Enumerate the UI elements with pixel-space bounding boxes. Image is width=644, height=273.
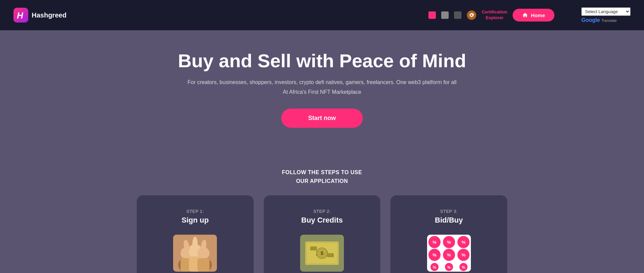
pink-square-icon [428,11,436,19]
svg-rect-8 [197,258,210,272]
gear-icon [467,10,476,20]
step2-title: Buy Credits [301,216,343,225]
navbar: H Hashgreed Certification Explorer Home … [0,0,644,30]
hero-title: Buy and Sell with Peace of Mind [7,50,637,71]
gray-square-icon [441,11,449,19]
hero-section: Buy and Sell with Peace of Mind For crea… [0,30,644,161]
svg-text:%: % [447,252,451,258]
start-now-button[interactable]: Start now [281,109,363,128]
bid-buy-image: % % % % % % % % % [427,235,471,272]
step3-label: STEP 3: [440,209,458,214]
svg-text:%: % [461,240,465,245]
step1-title: Sign up [182,216,209,225]
svg-point-11 [192,237,198,251]
svg-text:%: % [433,265,436,269]
step-card-2: STEP 2: Buy Credits 200 $ [264,195,381,273]
buy-credits-image: 200 $ [300,235,344,272]
google-translate-branding: Google Translate [581,17,617,23]
signup-image [173,235,217,272]
hero-subtitle2: At Africa's First NFT Marketplace [7,89,637,95]
steps-grid: STEP 1: Sign up [137,195,507,273]
language-selector-area: Select Language Google Translate [581,7,631,23]
steps-section: FOLLOW THE STEPS TO USE OUR APPLICATION … [0,161,644,273]
percent-svg: % % % % % % % % % [427,235,471,272]
home-button[interactable]: Home [513,9,554,22]
step-card-3: STEP 3: Bid/Buy % % % % % % [390,195,507,273]
svg-rect-17 [327,253,334,257]
svg-text:%: % [447,240,451,245]
home-icon [522,12,528,18]
darkgray-square-icon [454,11,461,19]
hero-subtitle1: For creators, businesses, shoppers, inve… [7,78,637,87]
svg-text:$: $ [321,250,323,256]
google-label: Google [581,17,600,23]
money-svg: 200 $ [300,235,344,272]
certification-explorer-link[interactable]: Certification Explorer [482,9,507,21]
logo-name: Hashgreed [32,11,66,19]
translate-label: Translate [602,18,617,23]
svg-text:%: % [432,240,437,245]
hands-svg [173,235,217,272]
svg-rect-16 [310,246,317,250]
step3-title: Bid/Buy [435,216,463,225]
svg-text:%: % [462,265,465,269]
logo-icon: H [13,8,28,23]
step-card-1: STEP 1: Sign up [137,195,254,273]
logo-area[interactable]: H Hashgreed [13,8,66,23]
svg-text:%: % [447,265,451,269]
svg-text:%: % [461,252,465,258]
nav-center: Certification Explorer Home [428,9,554,22]
steps-heading: FOLLOW THE STEPS TO USE OUR APPLICATION [34,168,610,185]
step1-label: STEP 1: [186,209,204,214]
language-select[interactable]: Select Language [581,7,631,16]
step2-label: STEP 2: [313,209,331,214]
svg-text:%: % [432,252,437,258]
svg-text:H: H [17,10,24,21]
